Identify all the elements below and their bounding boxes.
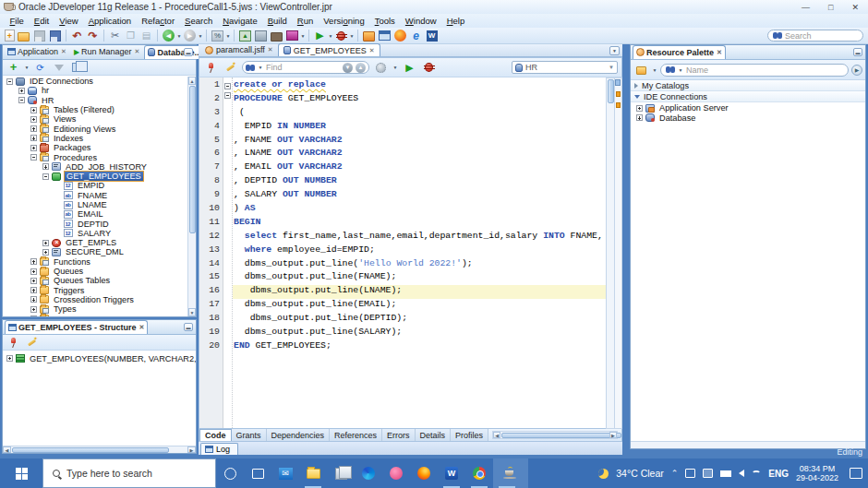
navigator-minimize-button[interactable]: ▬ xyxy=(184,48,193,56)
structure-minimize-button[interactable]: ▬ xyxy=(184,323,193,331)
network-icon[interactable] xyxy=(752,470,761,476)
filter-button[interactable] xyxy=(52,61,66,74)
debug-button[interactable] xyxy=(334,30,348,42)
tree-item-deptid[interactable]: DEPTID xyxy=(54,219,187,228)
task-view-button[interactable] xyxy=(244,458,271,488)
rebuild-button[interactable] xyxy=(270,30,283,42)
open-button[interactable] xyxy=(17,30,30,42)
menu-versioning[interactable]: Versioning xyxy=(319,15,369,27)
tree-item-crossedition-triggers[interactable]: Crossedition Triggers xyxy=(30,295,187,304)
weather-label[interactable]: 34°C Clear xyxy=(616,468,663,479)
gear-dropdown[interactable]: ▼ xyxy=(392,61,398,74)
paste-button[interactable]: ▤ xyxy=(139,30,153,42)
window-button[interactable] xyxy=(378,30,392,42)
editor-tab-get-employees[interactable]: GET_EMPLOYEES✕ xyxy=(278,43,380,56)
jdeveloper-taskbar-button[interactable] xyxy=(493,458,528,488)
word-button[interactable]: W xyxy=(425,30,439,42)
editor-view-tab-grants[interactable]: Grants xyxy=(232,429,267,441)
menu-view[interactable]: View xyxy=(54,15,83,27)
resource-section-ide-connections[interactable]: IDE Connections xyxy=(631,91,865,102)
menu-edit[interactable]: Edit xyxy=(29,15,54,27)
resource-search-input[interactable]: ▼ Name xyxy=(660,64,849,77)
menu-search[interactable]: Search xyxy=(180,15,218,27)
tree-item-procedures[interactable]: Procedures xyxy=(30,152,187,161)
save-all-button[interactable] xyxy=(48,30,62,42)
menu-application[interactable]: Application xyxy=(83,15,136,27)
working-sets-dropdown[interactable]: ▼ xyxy=(225,30,231,42)
menu-build[interactable]: Build xyxy=(262,15,292,27)
tree-item-get-employees[interactable]: GET_EMPLOYEES xyxy=(42,172,187,181)
edit-button[interactable] xyxy=(25,336,39,349)
menu-file[interactable]: File xyxy=(5,15,29,27)
word-button[interactable]: W xyxy=(438,458,465,488)
menu-window[interactable]: Window xyxy=(400,15,441,27)
file-explorer-button[interactable] xyxy=(299,458,327,488)
menu-refactor[interactable]: Refactor xyxy=(137,15,180,27)
minimize-button[interactable]: — xyxy=(802,3,810,12)
tree-item-hr[interactable]: HR xyxy=(18,96,187,105)
tree-item-queues-tables[interactable]: Queues Tables xyxy=(30,276,187,285)
tree-item-sequences[interactable]: Sequences xyxy=(30,314,187,316)
language-indicator[interactable]: ENG xyxy=(768,469,789,479)
tree-item-tables-filtered-[interactable]: Tables (Filtered) xyxy=(30,105,187,114)
run-button[interactable]: ▶ xyxy=(313,30,327,42)
cut-button[interactable]: ✂ xyxy=(108,30,122,42)
catalog-dropdown[interactable]: ▼ xyxy=(652,64,657,77)
ide-search-input[interactable]: Search xyxy=(767,30,863,42)
editor-view-tab-code[interactable]: Code xyxy=(199,429,232,441)
resource-section-my-catalogs[interactable]: My Catalogs xyxy=(631,80,865,91)
resource-item-database[interactable]: Database xyxy=(636,113,865,124)
pin-button[interactable] xyxy=(6,336,20,349)
build-all-button[interactable] xyxy=(285,30,299,42)
back-button[interactable]: ◀ xyxy=(162,30,175,42)
editor-view-tab-errors[interactable]: Errors xyxy=(382,429,416,441)
tree-item-indexes[interactable]: Indexes xyxy=(30,134,187,143)
refresh-button[interactable]: ⟳ xyxy=(33,61,47,74)
tree-item-types[interactable]: Types xyxy=(30,304,187,314)
run-dropdown[interactable]: ▼ xyxy=(328,30,333,42)
firefox-button[interactable] xyxy=(393,30,407,42)
connection-selector[interactable]: HR ▼ xyxy=(512,61,618,74)
tree-item-functions[interactable]: Functions xyxy=(30,257,187,267)
add-connection-dropdown[interactable]: ▼ xyxy=(24,61,30,74)
tab-list-dropdown[interactable]: ▼ xyxy=(609,46,620,55)
tree-item-email[interactable]: EMAIL xyxy=(54,209,187,219)
tree-item-queues[interactable]: Queues xyxy=(30,267,187,276)
documents-app-button[interactable] xyxy=(327,458,355,488)
fold-toggle[interactable] xyxy=(224,83,231,89)
search-go-button[interactable]: ▶ xyxy=(851,65,862,76)
catalog-folder-button[interactable] xyxy=(634,64,648,77)
editor-view-tab-profiles[interactable]: Profiles xyxy=(451,429,488,441)
firefox-button[interactable] xyxy=(410,458,438,488)
tree-item-secure-dml[interactable]: SECURE_DML xyxy=(42,247,187,256)
navigator-tab-run-manager[interactable]: ▶Run Manager✕ xyxy=(71,45,143,59)
editor-view-tab-dependencies[interactable]: Dependencies xyxy=(267,429,331,441)
navigator-scrollbar[interactable]: ▲▼ xyxy=(187,77,196,316)
taskbar-search-input[interactable]: Type here to search xyxy=(42,458,216,488)
save-button[interactable] xyxy=(32,30,46,42)
app-tray-icon[interactable] xyxy=(703,469,713,478)
tree-item-empid[interactable]: EMPID xyxy=(54,181,187,190)
edge-button[interactable] xyxy=(355,458,382,488)
menu-tools[interactable]: Tools xyxy=(369,15,400,27)
menu-navigate[interactable]: Navigate xyxy=(218,15,263,27)
tree-item-ide-connections[interactable]: IDE Connections xyxy=(6,77,187,86)
navigator-tab-application[interactable]: Application✕ xyxy=(5,45,69,59)
undo-button[interactable]: ↶ xyxy=(70,30,84,42)
edit-mode-button[interactable] xyxy=(223,61,237,74)
find-input[interactable]: ▼ Find ▼ ▲ xyxy=(242,61,369,74)
internet-explorer-button[interactable]: e xyxy=(409,30,423,42)
close-button[interactable]: ✕ xyxy=(851,3,859,12)
show-schemas-button[interactable] xyxy=(70,61,84,74)
tree-item-views[interactable]: Views xyxy=(30,114,187,124)
action-center-button[interactable] xyxy=(850,468,862,479)
start-button[interactable] xyxy=(0,458,42,488)
tree-item-editioning-views[interactable]: Editioning Views xyxy=(30,124,187,133)
forward-dropdown[interactable]: ▼ xyxy=(198,30,203,42)
fold-toggle[interactable] xyxy=(224,92,231,99)
redo-button[interactable]: ↷ xyxy=(86,30,100,42)
menu-run[interactable]: Run xyxy=(292,15,318,27)
structure-tab[interactable]: GET_EMPLOYEES - Structure✕ xyxy=(5,320,148,334)
pin-button[interactable] xyxy=(204,61,218,74)
forward-button[interactable]: ▶ xyxy=(183,30,197,42)
